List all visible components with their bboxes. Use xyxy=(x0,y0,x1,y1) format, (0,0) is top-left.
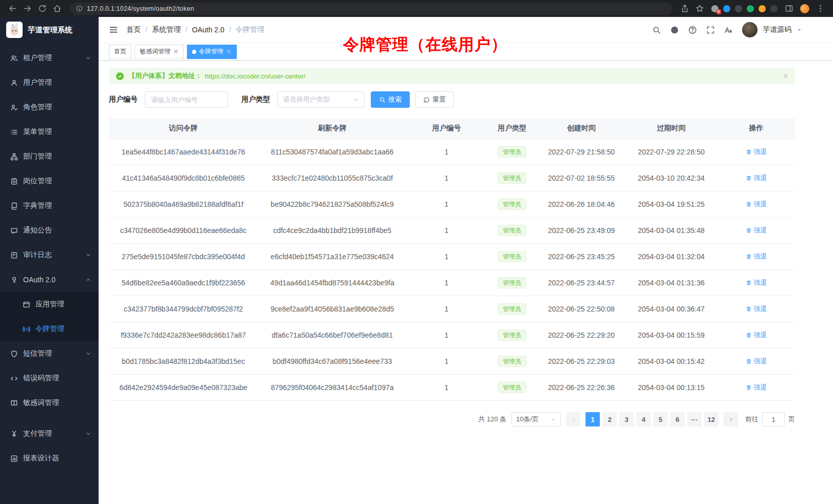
table-row: 275e5de9151045fe87cbdc395e004f4de6cfd40e… xyxy=(109,244,795,270)
user-id-cell: 1 xyxy=(407,375,486,401)
page-jump-input[interactable] xyxy=(762,412,785,427)
sidebar-item-role[interactable]: 角色管理 xyxy=(0,95,99,120)
extension-icon[interactable]: 0 xyxy=(711,5,718,12)
sidebar-item-user[interactable]: 用户管理 xyxy=(0,70,99,95)
create-time-cell: 2022-06-25 22:26:36 xyxy=(538,375,625,401)
user-type-tag: 管理员 xyxy=(498,277,526,288)
view-tab[interactable]: 敏感词管理 xyxy=(135,45,184,59)
hamburger-menu-icon[interactable] xyxy=(109,25,118,34)
page-button-12[interactable]: 12 xyxy=(704,412,718,427)
page-button-3[interactable]: 3 xyxy=(619,412,634,427)
user-id-input[interactable] xyxy=(145,91,228,108)
action-cell: 强退 xyxy=(717,270,795,296)
force-logout-button[interactable]: 强退 xyxy=(746,304,767,314)
dark-extension-icon[interactable] xyxy=(735,5,742,12)
sidebar-item-notice[interactable]: 通知公告 xyxy=(0,218,99,243)
caret-down-icon[interactable] xyxy=(797,27,802,33)
breadcrumb-item[interactable]: OAuth 2.0 xyxy=(192,26,224,34)
annotation-text: 令牌管理（在线用户） xyxy=(343,34,507,55)
page-button-6[interactable]: 6 xyxy=(670,412,685,427)
user-type-cell: 管理员 xyxy=(486,218,538,244)
user-avatar[interactable] xyxy=(742,22,758,37)
page-ellipsis[interactable]: ··· xyxy=(687,412,702,427)
next-page-button[interactable] xyxy=(724,412,738,427)
page-button-2[interactable]: 2 xyxy=(602,412,617,427)
sidebar-item-dept[interactable]: 部门管理 xyxy=(0,144,99,169)
access-token-cell: 502375b8040a469a9b82188afdf6af1f xyxy=(109,191,258,218)
user-name[interactable]: 芋道源码 xyxy=(763,25,791,34)
green-extension-icon[interactable] xyxy=(747,5,754,12)
refresh-token-cell: 49d1aa46d1454fbd87591444423be9fa xyxy=(258,270,407,296)
fullscreen-icon[interactable] xyxy=(706,26,715,34)
refresh-token-cell: 811c530487574fa0af1a59d3abc1aa66 xyxy=(258,139,407,165)
force-logout-button[interactable]: 强退 xyxy=(746,147,767,157)
page-button-5[interactable]: 5 xyxy=(653,412,668,427)
side-panel-icon[interactable] xyxy=(785,4,793,13)
table-row: 41c41346a548490f9dc8b01c6bfe0865333ecfc7… xyxy=(109,165,795,191)
app-logo[interactable]: 芋道管理系统 xyxy=(0,17,99,43)
force-logout-button[interactable]: 强退 xyxy=(746,331,767,340)
info-icon[interactable] xyxy=(76,5,83,12)
sidebar-item-pay[interactable]: 支付管理 xyxy=(0,421,99,446)
colorful-extension-icon[interactable] xyxy=(759,5,766,12)
sidebar-item-post[interactable]: 岗位管理 xyxy=(0,169,99,193)
force-logout-button[interactable]: 强退 xyxy=(746,226,767,235)
page-button-4[interactable]: 4 xyxy=(636,412,651,427)
browser-menu-icon[interactable] xyxy=(816,4,825,13)
users-icon xyxy=(10,54,18,62)
font-size-icon[interactable] xyxy=(724,26,733,34)
sidebar-item-oauth2-token[interactable]: 令牌管理 xyxy=(0,317,99,341)
sidebar-item-report-designer[interactable]: 报表设计器 xyxy=(0,446,99,471)
breadcrumb-item[interactable]: 首页 xyxy=(126,25,141,34)
sidebar-item-sms[interactable]: 短信管理 xyxy=(0,341,99,366)
force-logout-button[interactable]: 强退 xyxy=(746,383,767,392)
view-tab[interactable]: 令牌管理 xyxy=(187,45,237,59)
search-icon[interactable] xyxy=(652,26,661,34)
sidebar-item-label: 租户管理 xyxy=(23,53,80,63)
prev-page-button[interactable] xyxy=(566,412,580,427)
bookmark-star-icon[interactable] xyxy=(695,4,704,13)
page-size-select[interactable]: 10条/页 xyxy=(512,412,561,427)
home-icon[interactable] xyxy=(53,4,62,13)
share-icon[interactable] xyxy=(680,4,689,13)
paw-extension-icon[interactable] xyxy=(770,5,778,12)
alert-close-icon[interactable] xyxy=(783,73,789,79)
force-logout-button[interactable]: 强退 xyxy=(746,357,767,366)
tab-close-icon[interactable] xyxy=(226,49,232,54)
reset-button[interactable]: 重置 xyxy=(415,91,454,108)
sidebar-item-audit-log[interactable]: 审计日志 xyxy=(0,243,99,267)
code-icon xyxy=(10,375,18,382)
help-icon[interactable] xyxy=(688,26,697,34)
github-icon[interactable] xyxy=(670,26,679,34)
role-icon xyxy=(10,104,18,111)
page-button-1[interactable]: 1 xyxy=(585,412,600,427)
force-logout-button[interactable]: 强退 xyxy=(746,278,767,287)
sidebar-item-tenant[interactable]: 租户管理 xyxy=(0,46,99,70)
force-logout-button[interactable]: 强退 xyxy=(746,173,767,183)
url-bar[interactable]: 127.0.0.1:1024/system/oauth2/token xyxy=(70,3,672,15)
search-icon xyxy=(379,96,386,103)
user-type-select[interactable]: 请选择用户类型 xyxy=(277,91,365,108)
alert-link[interactable]: https://doc.iocoder.cn/user-center/ xyxy=(205,72,306,80)
breadcrumb-item[interactable]: 系统管理 xyxy=(152,25,181,34)
refresh-token-cell: e6cfd40eb1f54571a31e775e039c4624 xyxy=(258,244,407,270)
sidebar-item-menu[interactable]: 菜单管理 xyxy=(0,120,99,144)
view-tab[interactable]: 首页 xyxy=(109,45,131,59)
sidebar-item-error-code[interactable]: 错误码管理 xyxy=(0,366,99,391)
refresh-icon xyxy=(423,96,430,103)
back-icon[interactable] xyxy=(8,4,17,13)
twitter-extension-icon[interactable] xyxy=(723,5,730,12)
sidebar-item-sensitive-word[interactable]: 敏感词管理 xyxy=(0,391,99,415)
reload-icon[interactable] xyxy=(38,4,47,13)
forward-icon[interactable] xyxy=(23,4,32,13)
tab-close-icon[interactable] xyxy=(173,49,179,54)
access-token-cell: 54d6be82ee5a460a9aedc1f9bf223656 xyxy=(109,270,258,296)
chevron-right-icon xyxy=(728,417,734,422)
force-logout-button[interactable]: 强退 xyxy=(746,252,767,261)
sidebar-item-oauth2[interactable]: OAuth 2.0 xyxy=(0,267,99,292)
sidebar-item-dict[interactable]: 字典管理 xyxy=(0,193,99,218)
sidebar-item-oauth2-application[interactable]: 应用管理 xyxy=(0,292,99,317)
search-button[interactable]: 搜索 xyxy=(371,91,410,108)
force-logout-button[interactable]: 强退 xyxy=(746,200,767,209)
browser-profile-avatar[interactable] xyxy=(800,4,809,13)
